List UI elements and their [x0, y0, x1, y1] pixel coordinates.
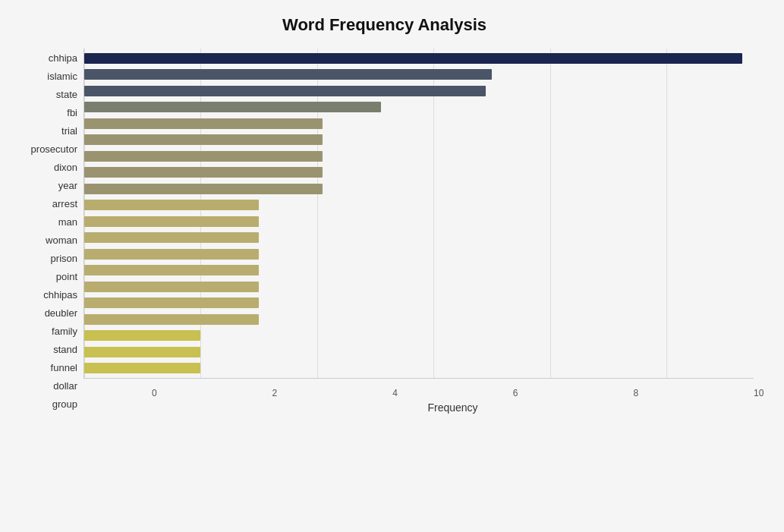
- y-axis: chhipaislamicstatefbitrialprosecutordixo…: [15, 49, 83, 414]
- bar-state: [84, 86, 486, 96]
- y-label-chhipas: chhipas: [43, 290, 77, 300]
- bar-row-point: [84, 246, 754, 263]
- bar-point: [84, 249, 259, 260]
- bar-row-prison: [84, 230, 754, 247]
- bar-row-dollar: [84, 344, 754, 360]
- bar-group: [84, 363, 200, 373]
- bar-row-trial: [84, 115, 754, 132]
- bar-chhipas: [84, 265, 259, 275]
- y-label-arrest: arrest: [52, 199, 77, 209]
- bar-year: [84, 167, 323, 178]
- bar-woman: [84, 216, 259, 227]
- chart-area: chhipaislamicstatefbitrialprosecutordixo…: [15, 49, 754, 414]
- bar-stand: [84, 314, 259, 325]
- y-label-stand: stand: [53, 345, 77, 354]
- y-label-dollar: dollar: [53, 381, 77, 391]
- bar-row-chhipa: [84, 50, 754, 67]
- y-label-deubler: deubler: [45, 308, 77, 318]
- bar-row-islamic: [84, 67, 754, 83]
- y-label-woman: woman: [46, 235, 77, 245]
- bar-row-woman: [84, 213, 754, 230]
- bar-trial: [84, 118, 323, 129]
- bar-chhipa: [84, 53, 742, 64]
- bar-man: [84, 200, 259, 210]
- bar-row-arrest: [84, 181, 754, 197]
- y-label-state: state: [56, 90, 77, 99]
- bar-row-deubler: [84, 279, 754, 295]
- chart-container: Word Frequency Analysis chhipaislamicsta…: [0, 0, 784, 532]
- bar-prosecutor: [84, 134, 323, 145]
- bar-row-family: [84, 295, 754, 312]
- x-axis-title: Frequency: [152, 401, 754, 414]
- bar-row-man: [84, 197, 754, 214]
- bar-dixon: [84, 151, 323, 162]
- y-label-year: year: [58, 181, 77, 190]
- bar-funnel: [84, 330, 200, 341]
- y-label-point: point: [56, 272, 77, 282]
- y-label-chhipa: chhipa: [49, 53, 77, 63]
- bar-row-stand: [84, 311, 754, 328]
- y-label-islamic: islamic: [47, 71, 77, 81]
- y-label-trial: trial: [61, 126, 77, 136]
- bar-row-funnel: [84, 328, 754, 345]
- bar-row-dixon: [84, 148, 754, 165]
- y-label-dixon: dixon: [54, 162, 77, 172]
- bar-islamic: [84, 69, 492, 80]
- bar-row-year: [84, 165, 754, 181]
- y-label-family: family: [52, 326, 77, 336]
- bar-family: [84, 297, 259, 308]
- bar-arrest: [84, 184, 323, 194]
- y-label-funnel: funnel: [51, 363, 77, 373]
- bar-fbi: [84, 102, 381, 112]
- y-label-fbi: fbi: [67, 108, 77, 118]
- bar-dollar: [84, 347, 200, 357]
- bar-row-fbi: [84, 99, 754, 116]
- bar-prison: [84, 232, 259, 243]
- bar-deubler: [84, 282, 259, 292]
- y-label-group: group: [52, 399, 77, 409]
- y-label-prosecutor: prosecutor: [31, 144, 77, 154]
- y-label-prison: prison: [51, 253, 77, 263]
- chart-title: Word Frequency Analysis: [15, 15, 754, 35]
- plot-area: [83, 49, 754, 379]
- bar-row-prosecutor: [84, 132, 754, 149]
- bar-row-group: [84, 360, 754, 377]
- bar-row-state: [84, 83, 754, 99]
- y-label-man: man: [58, 217, 77, 227]
- bar-row-chhipas: [84, 263, 754, 279]
